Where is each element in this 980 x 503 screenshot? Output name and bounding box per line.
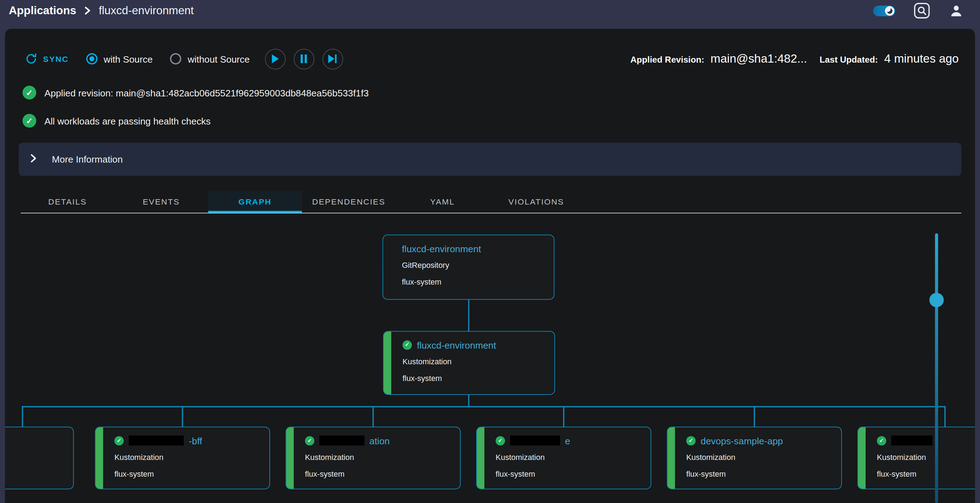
search-icon [914,3,930,19]
chevron-right-icon [84,6,91,16]
graph-zoom-slider-handle[interactable] [929,293,944,307]
node-title-link[interactable]: e [565,435,570,446]
graph-node-devops-sample-app[interactable]: ✓ devops-sample-app Kustomization flux-s… [667,427,842,489]
graph-edge [182,406,183,428]
status-row-revision: ✓ Applied revision: main@sha1:482acb06d5… [22,83,369,102]
applied-revision-value: main@sha1:482... [711,52,807,66]
success-check-icon: ✓ [22,114,36,128]
user-account-button[interactable] [949,3,964,18]
main-panel: SYNC with Source without Source [5,29,975,503]
health-bar [668,427,675,489]
radio-with-source-label: with Source [104,53,153,64]
radio-unselected-icon [170,53,181,65]
tab-details[interactable]: DETAILS [21,191,115,213]
node-title-link[interactable]: -bff [189,435,202,446]
pause-icon [300,54,307,63]
graph-edge [945,406,946,428]
node-namespace: flux-system [115,470,263,479]
graph-node-automation[interactable]: ✓ ation Kustomization flux-system [286,427,461,489]
sync-toolbar: SYNC with Source without Source [25,46,959,71]
node-namespace: flux-system [496,470,644,479]
graph-edge [468,300,469,332]
node-kind: Kustomization [496,453,644,462]
more-information-bar[interactable]: More Information [19,143,961,176]
graph-node-kustomization[interactable]: ✓ fluxcd-environment Kustomization flux-… [383,331,555,394]
radio-without-source[interactable]: without Source [170,53,250,65]
check-icon: ✓ [686,436,695,445]
tab-dependencies[interactable]: DEPENDENCIES [302,191,396,213]
radio-without-source-label: without Source [188,53,250,64]
resume-button[interactable] [322,48,343,69]
chevron-expand-icon [30,153,37,165]
more-information-label: More Information [52,154,123,165]
node-kind: Kustomization [115,453,263,462]
node-kind: Kustomization [877,453,975,462]
success-check-icon: ✓ [22,86,36,100]
graph-canvas: fluxcd-environment GitRepository flux-sy… [5,214,975,503]
header-actions [873,3,964,19]
applied-revision-label: Applied Revision: [630,54,704,64]
node-kind: Kustomization [686,453,835,462]
graph-node-redacted-right[interactable]: ✓ Kustomization flux-system [858,427,975,489]
breadcrumb-applications[interactable]: Applications [9,4,76,17]
node-namespace: flux-system [686,470,835,479]
check-icon: ✓ [305,436,314,445]
dark-mode-toggle[interactable] [873,5,895,16]
health-bar [477,427,484,489]
app-window: Applications fluxcd-environment [0,0,980,503]
graph-edge [22,406,24,428]
graph-edge [754,406,755,428]
moon-icon [887,8,892,14]
graph-node-gitrepository[interactable]: fluxcd-environment GitRepository flux-sy… [382,235,554,300]
play-icon [271,54,278,63]
node-kind: Kustomization [305,453,454,462]
radio-with-source[interactable]: with Source [86,53,153,65]
status-revision-text: Applied revision: main@sha1:482acb06d552… [45,87,369,98]
tab-violations[interactable]: VIOLATIONS [489,191,583,213]
graph-edge [563,406,565,428]
graph-node-clipped[interactable] [5,427,73,489]
graph-zoom-slider-track[interactable] [935,233,938,503]
breadcrumb-current: fluxcd-environment [99,4,194,17]
radio-selected-icon [86,53,98,65]
health-bar [95,427,103,489]
sync-icon [25,53,37,65]
search-button[interactable] [914,3,930,19]
node-kind: Kustomization [402,357,548,366]
redacted-text [129,435,184,446]
sync-button[interactable]: SYNC [25,53,68,65]
graph-node-bff[interactable]: ✓ -bff Kustomization flux-system [95,427,270,489]
tab-bar: DETAILS EVENTS GRAPH DEPENDENCIES YAML V… [21,191,961,213]
redacted-text [320,435,364,446]
tab-yaml[interactable]: YAML [396,191,489,213]
last-updated-value: 4 minutes ago [884,52,959,66]
last-updated-label: Last Updated: [819,54,878,64]
node-title-link[interactable]: fluxcd-environment [417,339,496,350]
graph-edge [372,406,374,428]
node-namespace: flux-system [305,470,454,479]
check-icon: ✓ [877,436,886,445]
check-icon: ✓ [115,436,124,445]
node-namespace: flux-system [402,374,548,383]
node-title-link[interactable]: devops-sample-app [701,435,783,446]
tab-events[interactable]: EVENTS [115,191,208,213]
tab-graph[interactable]: GRAPH [208,191,302,213]
node-title-link[interactable]: fluxcd-environment [402,243,481,254]
node-title-link[interactable]: ation [369,435,390,446]
redacted-text [891,435,932,446]
pause-button[interactable] [293,48,314,69]
node-kind: GitRepository [402,261,547,270]
health-bar [384,332,391,394]
graph-edge [468,395,469,407]
revision-info: Applied Revision: main@sha1:482... Last … [630,52,959,66]
health-bar [858,427,865,489]
check-icon: ✓ [496,436,505,445]
status-list: ✓ Applied revision: main@sha1:482acb06d5… [22,83,369,131]
graph-node-redacted[interactable]: ✓ e Kustomization flux-system [476,427,651,489]
check-icon: ✓ [402,340,412,349]
redacted-text [510,435,560,446]
node-namespace: flux-system [877,470,975,479]
node-namespace: flux-system [402,278,547,287]
dark-mode-toggle-knob [885,6,894,15]
play-button[interactable] [265,48,285,69]
